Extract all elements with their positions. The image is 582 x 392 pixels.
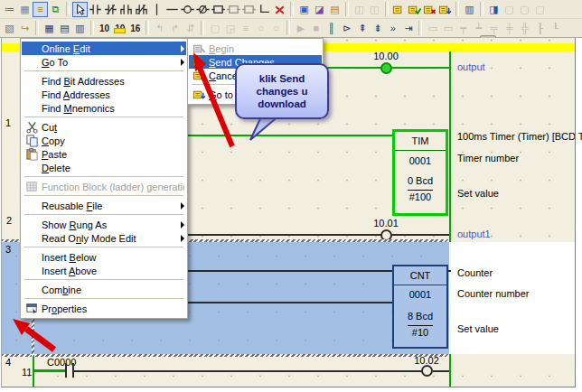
redo-icon[interactable]: ↱ [167,21,183,36]
contact-bar-left[interactable] [65,363,67,378]
rung-5-icon[interactable]: ╤ [486,21,502,36]
sim-run-icon[interactable]: ▶ [293,21,308,36]
zoom-10b-button[interactable]: 10 [112,23,127,33]
rung-3-icon[interactable]: ┯ [455,21,471,36]
sim-step-icon[interactable]: ⊳ [339,21,354,36]
zoom-10-button[interactable]: 10 [97,23,112,33]
menu-item-label: Find Bit Addresses [42,76,184,87]
menu-item-label: Online Edit [42,43,177,54]
new-vertical-icon[interactable] [149,2,164,17]
sync-icon[interactable]: ⇵ [183,21,198,36]
monitor-icon[interactable]: ◫ [367,2,382,17]
cnt-instruction-block[interactable]: CNT 0001 8 Bcd #10 [392,265,448,349]
new-or-contact-icon[interactable] [118,2,134,17]
menu-item-copy[interactable]: Copy [22,134,186,147]
oedit-gray-icon [190,42,209,55]
new-closed-coil-icon[interactable] [195,2,211,17]
sim-window-icon[interactable]: ▢ [207,21,222,36]
sim-dot-icon[interactable]: ○ [253,21,268,36]
sim-run-to-icon[interactable]: » [385,21,400,36]
undo-icon[interactable]: ↰ [152,21,167,36]
menu-item-find-addresses[interactable]: Find Addresses [22,88,186,101]
rung-8-icon[interactable]: ┠ [532,21,548,36]
view-mnemonics-icon[interactable]: ≔ [2,2,17,17]
compile-icon[interactable]: ◪ [312,2,327,17]
delete-icon[interactable] [272,2,287,17]
menu-item-insert-below[interactable]: Insert Below [22,250,186,264]
menu-item-combine[interactable]: Combine [22,283,186,296]
rung4-wire-out [433,370,449,372]
online-edit-goto-icon[interactable] [437,2,453,17]
find-icon[interactable]: ▧ [2,21,17,36]
menu-item-read-only-mode-edit[interactable]: Read Only Mode Edit [22,231,186,245]
menu-item-paste[interactable]: Paste [22,147,186,161]
new-coil-icon[interactable] [180,2,195,17]
rung-6-icon[interactable]: ╪ [502,21,517,36]
menu-item-function-block-ladder-generation[interactable]: Function Block (ladder) generation [22,180,186,193]
cross-ref-icon[interactable]: ▥ [72,21,88,36]
properties-icon [23,302,42,315]
menu-item-delete[interactable]: Delete [22,161,186,174]
menu-item-online-edit[interactable]: Online Edit [22,42,186,55]
window-2-icon[interactable]: ▢ [502,2,517,17]
view-symbols-icon[interactable]: ▦ [17,2,33,17]
new-closed-or-contact-icon[interactable] [134,2,149,17]
rung-4-icon[interactable]: ┷ [471,21,486,36]
sim-list-icon[interactable]: ≡ [238,21,253,36]
menu-item-reusable-file[interactable]: Reusable File [22,199,186,212]
rung-7-icon[interactable]: ╬ [517,21,532,36]
sim-step-out-icon[interactable]: ⇟ [370,21,385,36]
zoom-16-button[interactable]: 16 [127,23,143,33]
toolbar-separator [201,21,204,35]
menu-item-go-to[interactable]: Go To [22,55,186,69]
rung-step-number: 11 [22,367,32,378]
menu-item-find-mnemonics[interactable]: Find Mnemonics [22,101,186,115]
online-edit-begin-icon[interactable] [391,2,407,17]
online-edit-send-icon[interactable] [407,2,422,17]
menu-item-find-bit-addresses[interactable]: Find Bit Addresses [22,74,186,88]
menu-item-cut[interactable]: Cut [22,120,186,134]
new-instruction-3-icon[interactable] [241,2,257,17]
watch-window-icon[interactable]: ▦ [42,21,57,36]
sim-window-2-icon[interactable]: ◲ [222,21,238,36]
sim-dot-2-icon[interactable]: ○ [268,21,284,36]
monitor-ladder-icon[interactable]: ▥ [462,2,477,17]
menu-icon-spacer [23,88,42,101]
rung-9-icon[interactable]: ┖ [548,21,563,36]
new-horizontal-icon[interactable] [164,2,180,17]
submenu-arrow-icon [181,45,184,52]
sim-pause-icon[interactable]: ║ [324,21,339,36]
replace-icon[interactable]: ↪ [17,21,33,36]
window-1-icon[interactable]: ◨ [486,2,502,17]
select-cursor-icon[interactable] [72,2,88,17]
sim-stop-icon[interactable]: ■ [308,21,324,36]
output-window-icon[interactable]: ▤ [57,21,72,36]
menu-item-properties[interactable]: Properties [22,302,186,315]
rung-2-icon[interactable]: ▭ [440,21,455,36]
menu-item-label: Function Block (ladder) generation [42,182,184,192]
output2-coil[interactable] [421,365,433,377]
window-4-icon[interactable]: ▢ [532,2,548,17]
new-closed-contact-icon[interactable] [103,2,118,17]
new-instruction-icon[interactable] [211,2,226,17]
sim-run-end-icon[interactable]: ⇥ [400,21,416,36]
view-ladder-icon[interactable]: ≡ [33,2,48,17]
rung-1-icon[interactable]: ▭ [425,21,440,36]
toolbar-separator [90,21,94,35]
program-check-icon[interactable]: ▣ [296,2,312,17]
work-online-icon[interactable]: ◫ [352,2,367,17]
submenu-item-begin[interactable]: Begin [189,42,322,55]
invert-corner-icon[interactable] [257,2,272,17]
sim-step-in-icon[interactable]: ⇞ [354,21,370,36]
view-section-tree-icon[interactable]: ⧉ [48,2,63,17]
tim-instruction-block[interactable]: TIM 0001 0 Bcd #100 [392,129,448,216]
new-instruction-2-icon[interactable] [226,2,241,17]
new-contact-icon[interactable] [88,2,103,17]
menu-item-insert-above[interactable]: Insert Above [22,264,186,277]
menu-item-show-rung-as[interactable]: Show Rung As [22,218,186,231]
pane-border-bottom [2,387,576,387]
window-3-icon[interactable]: ▢ [517,2,532,17]
online-edit-cancel-icon[interactable] [422,2,437,17]
output-coil[interactable] [380,62,392,74]
transfer-icon[interactable]: ▤ [327,2,343,17]
